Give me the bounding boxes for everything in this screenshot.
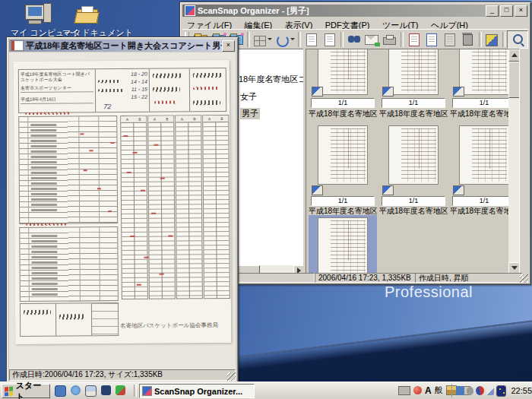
ime-input-mode[interactable]: A — [425, 385, 432, 396]
tray-volume-icon[interactable] — [467, 387, 474, 395]
pdf-title: 平成18年度名寄地区コート開き大会スコアシート男子10.pdf — [26, 40, 222, 52]
scan-thumbnail[interactable] — [318, 217, 368, 275]
desktop-icon-my-documents[interactable]: マイ ドキュメント — [62, 3, 111, 39]
close-button[interactable]: × — [515, 5, 527, 17]
sheet-header: 平成18年度名寄地区コート開きバスケットボール大会 名寄市スポーツセンター 平成… — [18, 68, 226, 113]
vscroll-thumb[interactable] — [508, 62, 520, 98]
statusbar-file-info: 2006/04/16 17:23, 1,335KB — [315, 273, 418, 283]
scansnap-task-icon — [142, 386, 152, 396]
col-a-label: A — [176, 116, 188, 122]
pdf-flag-icon — [382, 87, 394, 97]
send-mail-button[interactable] — [363, 31, 381, 48]
tree-item-boys-selected[interactable]: 男子 — [240, 108, 260, 119]
pdf-flag-icon — [312, 87, 323, 97]
organizer-title: ScanSnap Organizer - [男子] — [198, 5, 486, 17]
tray-antivirus-icon[interactable] — [476, 386, 484, 395]
scanned-score-sheet: 平成18年度名寄地区コート開きバスケットボール大会 名寄市スポーツセンター 平成… — [14, 60, 232, 344]
scan-thumbnail[interactable] — [388, 49, 439, 95]
thumbnail-caption: 平成18年度名寄地区コ· — [379, 206, 448, 217]
quicklaunch-scansnap-icon[interactable] — [116, 385, 125, 395]
vscroll-up-button[interactable] — [508, 49, 520, 62]
pdf-doc-icon — [11, 40, 24, 51]
task-button-label: ScanSnap Organizer... — [154, 387, 242, 396]
score-grid-marks — [120, 121, 178, 296]
minimize-button[interactable]: _ — [486, 5, 499, 17]
roster-table-b — [19, 226, 119, 302]
pdf-flag-icon — [453, 87, 464, 97]
col-b-label: B — [188, 116, 201, 122]
pdf-flag-icon — [382, 185, 394, 195]
sheet-meta: 平成18年度名寄地区コート開きバスケットボール大会 名寄市スポーツセンター 平成… — [19, 69, 96, 112]
ime-printer-icon[interactable] — [398, 386, 410, 395]
start-button[interactable]: スタート — [2, 384, 50, 398]
desktop-icon-my-computer[interactable]: マイ コンピュータ — [11, 3, 65, 39]
page-indicator: 1/1 — [311, 196, 375, 206]
sheet-tournament: 平成18年度名寄地区コート開きバスケットボール大会 — [21, 71, 93, 83]
sheet-date: 平成18年4月16日 — [21, 96, 93, 104]
my-documents-icon — [75, 3, 98, 27]
settings-button[interactable] — [483, 31, 502, 48]
ime-ball-icon[interactable] — [413, 386, 422, 394]
score-q1: 18 - 20 — [131, 71, 147, 78]
rename-all-button[interactable] — [321, 31, 339, 48]
organizer-titlebar[interactable]: ScanSnap Organizer - [男子] _ □ × — [182, 5, 528, 17]
quicklaunch-show-desktop-icon[interactable] — [85, 385, 97, 397]
tray-display-icon[interactable] — [496, 385, 507, 397]
scan-thumbnail[interactable] — [388, 125, 439, 185]
print-button[interactable] — [381, 31, 399, 48]
scan-thumbnail[interactable] — [459, 125, 509, 185]
file-cell-selected[interactable] — [309, 215, 377, 275]
wallpaper-edition-text: Professional — [385, 283, 473, 301]
rename-button[interactable] — [302, 31, 321, 48]
search-button[interactable] — [345, 31, 363, 48]
my-computer-icon — [25, 3, 51, 27]
quicklaunch-ie-icon[interactable] — [71, 385, 81, 395]
copy-button[interactable] — [441, 31, 459, 48]
scan-thumbnail[interactable] — [318, 125, 368, 185]
scan-thumbnail[interactable] — [459, 49, 509, 95]
quicklaunch-messenger-icon[interactable] — [55, 385, 66, 397]
convert-text-button[interactable] — [405, 31, 423, 48]
tray-clock: 22:55 — [511, 386, 532, 395]
page-indicator: 1/1 — [452, 98, 516, 108]
thumbnail-caption: 平成18年度名寄地区コ· — [379, 109, 448, 119]
col-a-label: A — [203, 116, 216, 122]
roster-table-a — [18, 116, 118, 224]
thumbnail-panel: 1/1 平成18年度名寄地区コ· 1/1 平成18年度名寄地区コ· 1/1 平成… — [306, 49, 520, 275]
delete-button[interactable] — [459, 31, 477, 48]
sheet-officials-left — [150, 68, 190, 111]
pdf-close-button[interactable]: × — [222, 40, 235, 52]
thumb-vscrollbar[interactable] — [508, 49, 519, 274]
pdf-titlebar[interactable]: 平成18年度名寄地区コート開き大会スコアシート男子10.pdf × — [9, 40, 236, 52]
ime-conversion-mode[interactable]: 般 — [435, 385, 443, 396]
viewer-button[interactable] — [507, 30, 528, 49]
score-q3: 11 - 15 — [131, 86, 147, 93]
sheet-officials-right — [190, 68, 226, 111]
score-q4: 15 - 22 — [131, 93, 147, 101]
quicklaunch-app-icon[interactable] — [101, 385, 111, 395]
page-indicator: 1/1 — [382, 98, 445, 108]
scan-thumbnail[interactable] — [318, 49, 368, 95]
view-mode-button[interactable] — [252, 31, 274, 48]
start-label: スタート — [16, 380, 49, 399]
tray-network-icon[interactable] — [456, 386, 464, 395]
desktop: Professional マイ コンピュータ マイ ドキュメント ScanSna… — [0, 0, 532, 399]
tray-pen-icon[interactable] — [486, 387, 494, 395]
pdf-resize-grip[interactable] — [227, 372, 236, 381]
tree-item-girls[interactable]: 女子 — [240, 91, 257, 103]
maximize-button[interactable]: □ — [500, 5, 513, 17]
thumbnail-caption: 平成18年度名寄地区コ· — [309, 109, 377, 119]
pdf-flag-icon — [312, 185, 323, 195]
convert-word-button[interactable] — [423, 31, 441, 48]
page-indicator: 1/1 — [311, 98, 375, 108]
organizer-menubar: ファイル(F) 編集(E) 表示(V) PDF文書(P) ツール(T) ヘルプ(… — [182, 17, 528, 29]
task-button-scansnap[interactable]: ScanSnap Organizer... — [139, 384, 255, 398]
resize-grip[interactable] — [520, 274, 528, 283]
scansnap-app-icon — [185, 5, 195, 16]
statusbar-sort-info: 作成日時, 昇順 — [415, 273, 523, 283]
running-score-grid: AB AB AB AB — [120, 115, 230, 299]
page-indicator: 1/1 — [452, 196, 516, 206]
sheet-venue: 名寄市スポーツセンター — [21, 84, 93, 93]
rotate-button[interactable] — [274, 31, 297, 48]
quick-launch — [55, 385, 125, 397]
